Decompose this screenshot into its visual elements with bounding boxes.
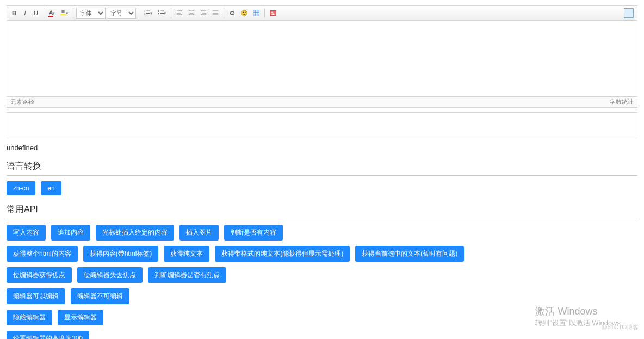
lang-button-en[interactable]: en — [41, 181, 61, 195]
font-family-select[interactable]: 字体 — [76, 8, 106, 19]
section-header-api: 常用API — [7, 201, 637, 219]
svg-text:2: 2 — [144, 13, 146, 15]
table-button[interactable] — [251, 8, 262, 19]
api-button[interactable]: 显示编辑器 — [58, 310, 103, 325]
svg-rect-16 — [203, 13, 207, 13]
align-left-button[interactable] — [174, 8, 185, 19]
svg-point-22 — [243, 11, 244, 13]
api-button[interactable]: 插入图片 — [179, 225, 219, 241]
editor-toolbar: B I U A▾ ▾ 字体 字号 12▾ ▾ — [7, 5, 637, 21]
lang-button-zh-cn[interactable]: zh-cn — [7, 181, 35, 195]
font-size-select[interactable]: 字号 — [107, 8, 136, 19]
bold-button[interactable]: B — [9, 8, 19, 19]
svg-point-23 — [245, 11, 246, 13]
svg-rect-10 — [177, 13, 181, 13]
api-button[interactable]: 获得整个html的内容 — [7, 246, 78, 262]
svg-point-5 — [158, 10, 160, 12]
api-button[interactable]: 光标处插入给定的内容 — [96, 225, 174, 241]
api-button[interactable]: 编辑器不可编辑 — [71, 288, 129, 304]
svg-point-21 — [242, 10, 247, 16]
svg-rect-11 — [177, 15, 183, 15]
editor-content-area[interactable] — [7, 21, 637, 97]
svg-rect-19 — [213, 13, 219, 13]
undefined-text: undefined — [7, 144, 637, 152]
section-header-language: 语言转换 — [7, 157, 637, 176]
api-button[interactable]: 设置编辑器的高度为300 — [7, 331, 89, 339]
svg-rect-12 — [189, 11, 195, 11]
svg-rect-14 — [189, 15, 195, 15]
api-button-row: 隐藏编辑器显示编辑器 — [7, 304, 637, 325]
svg-point-7 — [158, 13, 160, 15]
lang-button-row: zh-cnen — [7, 176, 637, 195]
align-center-button[interactable] — [186, 8, 197, 19]
ordered-list-button[interactable]: 12▾ — [142, 8, 154, 19]
api-button-row: 获得整个html的内容获得内容(带html标签)获得纯文本获得带格式的纯文本(能… — [7, 241, 637, 262]
api-button-row: 写入内容追加内容光标处插入给定的内容插入图片判断是否有内容 — [7, 219, 637, 241]
svg-rect-24 — [253, 10, 259, 16]
api-button-row: 编辑器可以编辑编辑器不可编辑 — [7, 283, 637, 304]
api-button-row: 设置编辑器的高度为300 — [7, 325, 637, 339]
api-button[interactable]: 编辑器可以编辑 — [7, 288, 65, 304]
unordered-list-button[interactable]: ▾ — [156, 8, 168, 19]
api-button[interactable]: 获得纯文本 — [164, 246, 209, 262]
api-button[interactable]: 获得带格式的纯文本(能获得但显示需处理) — [215, 246, 350, 262]
api-button[interactable]: 使编辑器失去焦点 — [77, 267, 143, 283]
emoticon-button[interactable] — [239, 8, 250, 19]
image-button[interactable] — [268, 8, 278, 19]
element-path-label: 元素路径 — [10, 98, 34, 106]
api-button[interactable]: 使编辑器获得焦点 — [7, 267, 72, 283]
back-color-button[interactable]: ▾ — [58, 8, 70, 19]
api-button[interactable]: 判断编辑器是否有焦点 — [148, 267, 226, 283]
svg-point-30 — [271, 12, 273, 14]
link-button[interactable] — [227, 8, 238, 19]
align-right-button[interactable] — [198, 8, 209, 19]
api-button[interactable]: 获得内容(带html标签) — [83, 246, 159, 262]
editor-statusbar: 元素路径 字数统计 — [7, 97, 637, 108]
api-button[interactable]: 写入内容 — [7, 225, 46, 241]
output-box — [7, 112, 637, 139]
svg-rect-20 — [213, 15, 219, 15]
svg-rect-15 — [201, 11, 207, 11]
api-button[interactable]: 判断是否有内容 — [224, 225, 283, 241]
api-button[interactable]: 追加内容 — [51, 225, 90, 241]
svg-rect-17 — [201, 15, 207, 15]
api-button[interactable]: 获得当前选中的文本(暂时有问题) — [355, 246, 464, 262]
svg-rect-0 — [60, 14, 66, 16]
underline-button[interactable]: U — [31, 8, 41, 19]
italic-button[interactable]: I — [20, 8, 30, 19]
fullscreen-button[interactable] — [624, 8, 634, 18]
font-color-button[interactable]: A▾ — [47, 8, 57, 19]
svg-rect-13 — [190, 13, 194, 13]
align-justify-button[interactable] — [210, 8, 221, 19]
api-button-row: 使编辑器获得焦点使编辑器失去焦点判断编辑器是否有焦点 — [7, 262, 637, 283]
word-count-label[interactable]: 字数统计 — [610, 98, 634, 106]
svg-rect-9 — [177, 11, 183, 11]
api-button[interactable]: 隐藏编辑器 — [7, 310, 52, 325]
svg-rect-18 — [213, 11, 219, 11]
